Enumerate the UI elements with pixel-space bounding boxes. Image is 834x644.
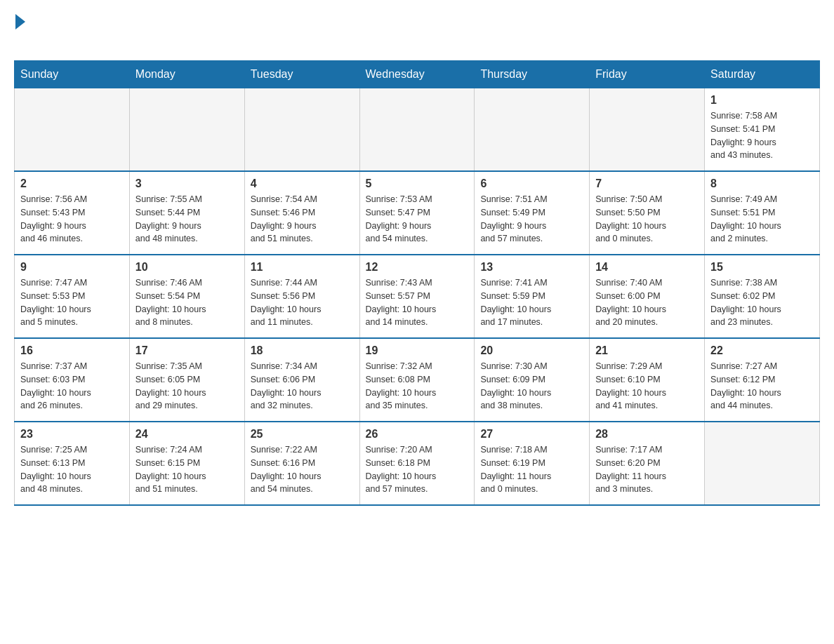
logo-blue-text: [14, 29, 18, 48]
day-number: 13: [480, 261, 583, 274]
day-of-week-header: Wednesday: [359, 61, 475, 88]
day-info: Sunrise: 7:35 AM Sunset: 6:05 PM Dayligh…: [135, 360, 239, 412]
day-info: Sunrise: 7:55 AM Sunset: 5:44 PM Dayligh…: [135, 193, 239, 246]
calendar-cell: 6Sunrise: 7:51 AM Sunset: 5:49 PM Daylig…: [475, 171, 590, 255]
day-info: Sunrise: 7:56 AM Sunset: 5:43 PM Dayligh…: [20, 193, 124, 246]
day-info: Sunrise: 7:47 AM Sunset: 5:53 PM Dayligh…: [20, 276, 124, 329]
day-number: 7: [595, 177, 699, 190]
calendar-cell: 1Sunrise: 7:58 AM Sunset: 5:41 PM Daylig…: [705, 88, 820, 172]
calendar-cell: 13Sunrise: 7:41 AM Sunset: 5:59 PM Dayli…: [475, 255, 590, 338]
day-number: 15: [710, 261, 814, 274]
calendar-cell: 25Sunrise: 7:22 AM Sunset: 6:16 PM Dayli…: [244, 422, 359, 505]
day-info: Sunrise: 7:58 AM Sunset: 5:41 PM Dayligh…: [710, 109, 814, 162]
day-info: Sunrise: 7:25 AM Sunset: 6:13 PM Dayligh…: [20, 443, 124, 496]
day-number: 23: [20, 428, 124, 441]
day-info: Sunrise: 7:30 AM Sunset: 6:09 PM Dayligh…: [480, 360, 583, 412]
calendar-cell: 12Sunrise: 7:43 AM Sunset: 5:57 PM Dayli…: [359, 255, 475, 338]
calendar-cell: 8Sunrise: 7:49 AM Sunset: 5:51 PM Daylig…: [705, 171, 820, 255]
calendar-week-row: 9Sunrise: 7:47 AM Sunset: 5:53 PM Daylig…: [15, 255, 820, 338]
day-number: 12: [366, 261, 469, 274]
calendar-body: 1Sunrise: 7:58 AM Sunset: 5:41 PM Daylig…: [15, 88, 820, 506]
calendar-cell: [359, 88, 475, 172]
calendar-cell: 2Sunrise: 7:56 AM Sunset: 5:43 PM Daylig…: [15, 171, 130, 255]
day-info: Sunrise: 7:32 AM Sunset: 6:08 PM Dayligh…: [366, 360, 469, 412]
calendar-cell: 9Sunrise: 7:47 AM Sunset: 5:53 PM Daylig…: [15, 255, 130, 338]
day-number: 18: [251, 344, 354, 357]
day-number: 1: [710, 94, 814, 107]
day-info: Sunrise: 7:51 AM Sunset: 5:49 PM Dayligh…: [480, 193, 583, 246]
calendar-cell: 10Sunrise: 7:46 AM Sunset: 5:54 PM Dayli…: [129, 255, 244, 338]
day-number: 21: [595, 344, 699, 357]
calendar-cell: 14Sunrise: 7:40 AM Sunset: 6:00 PM Dayli…: [590, 255, 705, 338]
logo: [14, 14, 27, 49]
day-info: Sunrise: 7:17 AM Sunset: 6:20 PM Dayligh…: [595, 443, 699, 496]
day-info: Sunrise: 7:37 AM Sunset: 6:03 PM Dayligh…: [20, 360, 124, 412]
day-number: 17: [135, 344, 239, 357]
day-of-week-header: Tuesday: [244, 61, 359, 88]
day-info: Sunrise: 7:27 AM Sunset: 6:12 PM Dayligh…: [710, 360, 814, 412]
day-of-week-header: Thursday: [475, 61, 590, 88]
day-info: Sunrise: 7:24 AM Sunset: 6:15 PM Dayligh…: [135, 443, 239, 496]
calendar-cell: 18Sunrise: 7:34 AM Sunset: 6:06 PM Dayli…: [244, 338, 359, 422]
day-number: 2: [20, 177, 124, 190]
day-info: Sunrise: 7:18 AM Sunset: 6:19 PM Dayligh…: [480, 443, 583, 496]
calendar-header: SundayMondayTuesdayWednesdayThursdayFrid…: [15, 61, 820, 88]
day-number: 5: [366, 177, 469, 190]
day-number: 10: [135, 261, 239, 274]
day-number: 14: [595, 261, 699, 274]
calendar-cell: 26Sunrise: 7:20 AM Sunset: 6:18 PM Dayli…: [359, 422, 475, 505]
calendar-cell: 21Sunrise: 7:29 AM Sunset: 6:10 PM Dayli…: [590, 338, 705, 422]
calendar-cell: 17Sunrise: 7:35 AM Sunset: 6:05 PM Dayli…: [129, 338, 244, 422]
calendar-cell: 20Sunrise: 7:30 AM Sunset: 6:09 PM Dayli…: [475, 338, 590, 422]
calendar-cell: 19Sunrise: 7:32 AM Sunset: 6:08 PM Dayli…: [359, 338, 475, 422]
day-info: Sunrise: 7:50 AM Sunset: 5:50 PM Dayligh…: [595, 193, 699, 246]
calendar-week-row: 1Sunrise: 7:58 AM Sunset: 5:41 PM Daylig…: [15, 88, 820, 172]
day-info: Sunrise: 7:46 AM Sunset: 5:54 PM Dayligh…: [135, 276, 239, 329]
day-number: 6: [480, 177, 583, 190]
calendar-cell: [705, 422, 820, 505]
calendar-cell: 3Sunrise: 7:55 AM Sunset: 5:44 PM Daylig…: [129, 171, 244, 255]
calendar-cell: [590, 88, 705, 172]
day-number: 4: [251, 177, 354, 190]
calendar-cell: 11Sunrise: 7:44 AM Sunset: 5:56 PM Dayli…: [244, 255, 359, 338]
calendar-cell: 22Sunrise: 7:27 AM Sunset: 6:12 PM Dayli…: [705, 338, 820, 422]
calendar-week-row: 2Sunrise: 7:56 AM Sunset: 5:43 PM Daylig…: [15, 171, 820, 255]
calendar-cell: 16Sunrise: 7:37 AM Sunset: 6:03 PM Dayli…: [15, 338, 130, 422]
day-number: 27: [480, 428, 583, 441]
day-of-week-header: Sunday: [15, 61, 130, 88]
calendar-cell: 4Sunrise: 7:54 AM Sunset: 5:46 PM Daylig…: [244, 171, 359, 255]
day-info: Sunrise: 7:53 AM Sunset: 5:47 PM Dayligh…: [366, 193, 469, 246]
day-info: Sunrise: 7:34 AM Sunset: 6:06 PM Dayligh…: [251, 360, 354, 412]
day-of-week-header: Saturday: [705, 61, 820, 88]
calendar-cell: [129, 88, 244, 172]
calendar-cell: [475, 88, 590, 172]
calendar-cell: 27Sunrise: 7:18 AM Sunset: 6:19 PM Dayli…: [475, 422, 590, 505]
calendar-table: SundayMondayTuesdayWednesdayThursdayFrid…: [14, 60, 820, 506]
day-number: 20: [480, 344, 583, 357]
calendar-cell: 7Sunrise: 7:50 AM Sunset: 5:50 PM Daylig…: [590, 171, 705, 255]
calendar-cell: 5Sunrise: 7:53 AM Sunset: 5:47 PM Daylig…: [359, 171, 475, 255]
day-info: Sunrise: 7:49 AM Sunset: 5:51 PM Dayligh…: [710, 193, 814, 246]
day-info: Sunrise: 7:54 AM Sunset: 5:46 PM Dayligh…: [251, 193, 354, 246]
day-number: 22: [710, 344, 814, 357]
day-number: 19: [366, 344, 469, 357]
logo-chevron-icon: [15, 14, 25, 29]
calendar-cell: [15, 88, 130, 172]
day-info: Sunrise: 7:44 AM Sunset: 5:56 PM Dayligh…: [251, 276, 354, 329]
day-info: Sunrise: 7:41 AM Sunset: 5:59 PM Dayligh…: [480, 276, 583, 329]
day-of-week-header: Monday: [129, 61, 244, 88]
day-info: Sunrise: 7:38 AM Sunset: 6:02 PM Dayligh…: [710, 276, 814, 329]
calendar-week-row: 16Sunrise: 7:37 AM Sunset: 6:03 PM Dayli…: [15, 338, 820, 422]
calendar-cell: 15Sunrise: 7:38 AM Sunset: 6:02 PM Dayli…: [705, 255, 820, 338]
day-info: Sunrise: 7:29 AM Sunset: 6:10 PM Dayligh…: [595, 360, 699, 412]
day-number: 16: [20, 344, 124, 357]
day-number: 9: [20, 261, 124, 274]
day-info: Sunrise: 7:40 AM Sunset: 6:00 PM Dayligh…: [595, 276, 699, 329]
calendar-cell: 23Sunrise: 7:25 AM Sunset: 6:13 PM Dayli…: [15, 422, 130, 505]
day-number: 3: [135, 177, 239, 190]
day-number: 26: [366, 428, 469, 441]
day-info: Sunrise: 7:43 AM Sunset: 5:57 PM Dayligh…: [366, 276, 469, 329]
day-number: 25: [251, 428, 354, 441]
day-number: 28: [595, 428, 699, 441]
calendar-cell: 28Sunrise: 7:17 AM Sunset: 6:20 PM Dayli…: [590, 422, 705, 505]
